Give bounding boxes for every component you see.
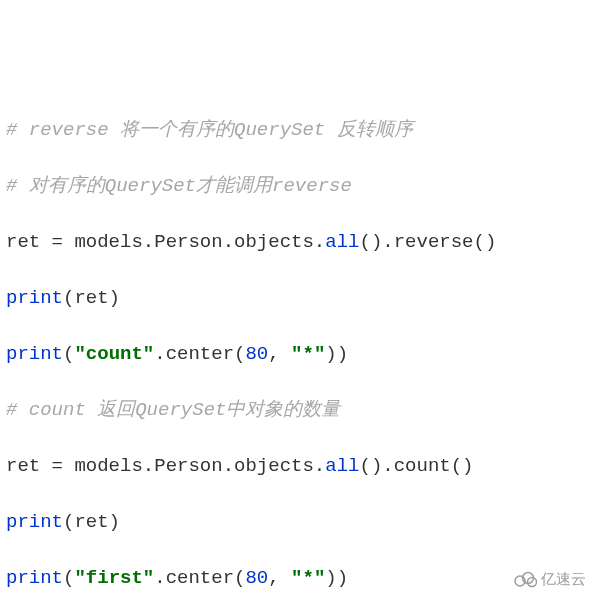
code-line: print("count".center(80, "*")): [6, 340, 588, 368]
string: "count": [74, 343, 154, 365]
comment: # reverse 将一个有序的QuerySet 反转顺序: [6, 119, 413, 141]
code-line: ret = models.Person.objects.all().revers…: [6, 228, 588, 256]
watermark: 亿速云: [511, 565, 586, 593]
code-line: # 对有序的QuerySet才能调用reverse: [6, 172, 588, 200]
code-text: )): [325, 567, 348, 589]
code-line: ret = models.Person.objects.all().count(…: [6, 452, 588, 480]
comment: # 对有序的QuerySet才能调用reverse: [6, 175, 352, 197]
cloud-icon: [511, 570, 539, 588]
code-line: # reverse 将一个有序的QuerySet 反转顺序: [6, 116, 588, 144]
builtin: print: [6, 567, 63, 589]
builtin: all: [325, 231, 359, 253]
code-line: print(ret): [6, 284, 588, 312]
code-text: (ret): [63, 287, 120, 309]
number: 80: [245, 567, 268, 589]
builtin: print: [6, 511, 63, 533]
code-text: ().count(): [359, 455, 473, 477]
code-line: print("first".center(80, "*")): [6, 564, 588, 592]
code-text: ().reverse(): [359, 231, 496, 253]
builtin: all: [325, 455, 359, 477]
code-text: )): [325, 343, 348, 365]
code-text: ret = models.Person.objects.: [6, 455, 325, 477]
code-text: ,: [268, 343, 291, 365]
code-text: ,: [268, 567, 291, 589]
code-text: .center(: [154, 343, 245, 365]
code-text: ret = models.Person.objects.: [6, 231, 325, 253]
code-text: .center(: [154, 567, 245, 589]
string: "*": [291, 567, 325, 589]
builtin: print: [6, 287, 63, 309]
string: "first": [74, 567, 154, 589]
code-line: # count 返回QuerySet中对象的数量: [6, 396, 588, 424]
comment: # count 返回QuerySet中对象的数量: [6, 399, 340, 421]
code-text: (ret): [63, 511, 120, 533]
code-text: (: [63, 343, 74, 365]
watermark-text: 亿速云: [541, 565, 586, 593]
builtin: print: [6, 343, 63, 365]
code-line: print(ret): [6, 508, 588, 536]
code-text: (: [63, 567, 74, 589]
string: "*": [291, 343, 325, 365]
number: 80: [245, 343, 268, 365]
